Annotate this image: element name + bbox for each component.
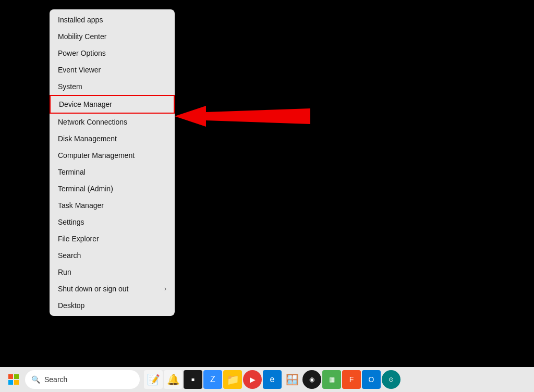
menu-item-label-search: Search <box>58 251 81 260</box>
svg-rect-1 <box>8 374 13 379</box>
menu-item-disk-management[interactable]: Disk Management <box>50 130 175 147</box>
search-icon: 🔍 <box>31 375 40 384</box>
menu-item-label-file-explorer: File Explorer <box>58 235 99 243</box>
svg-rect-2 <box>14 374 19 379</box>
menu-item-device-manager[interactable]: Device Manager <box>50 95 175 114</box>
menu-item-label-desktop: Desktop <box>58 301 84 310</box>
menu-item-search[interactable]: Search <box>50 247 175 264</box>
color-icon[interactable]: ▦ <box>322 370 341 389</box>
menu-item-label-terminal-admin: Terminal (Admin) <box>58 185 113 193</box>
menu-item-label-terminal: Terminal <box>58 168 86 176</box>
menu-item-shut-down[interactable]: Shut down or sign out› <box>50 280 175 297</box>
menu-item-desktop[interactable]: Desktop <box>50 297 175 314</box>
files-icon[interactable]: 📁 <box>223 370 242 389</box>
bell-icon[interactable]: 🔔 <box>164 370 183 389</box>
menu-item-system[interactable]: System <box>50 78 175 95</box>
menu-item-label-mobility-center: Mobility Center <box>58 32 106 41</box>
menu-item-settings[interactable]: Settings <box>50 214 175 230</box>
menu-item-label-settings: Settings <box>58 218 84 226</box>
menu-item-label-disk-management: Disk Management <box>58 134 117 143</box>
menu-item-label-shut-down: Shut down or sign out <box>58 285 128 293</box>
start-button[interactable] <box>4 370 23 389</box>
menu-item-installed-apps[interactable]: Installed apps <box>50 11 175 28</box>
menu-item-label-system: System <box>58 82 82 91</box>
red-arrow-indicator <box>175 101 310 132</box>
menu-item-label-run: Run <box>58 268 71 276</box>
svg-rect-4 <box>14 380 19 385</box>
menu-item-computer-management[interactable]: Computer Management <box>50 147 175 164</box>
menu-item-label-task-manager: Task Manager <box>58 201 104 210</box>
menu-item-label-event-viewer: Event Viewer <box>58 66 101 74</box>
edge-icon[interactable]: e <box>263 370 282 389</box>
menu-item-task-manager[interactable]: Task Manager <box>50 197 175 214</box>
vpn-icon[interactable]: ⊙ <box>382 370 400 389</box>
menu-item-network-connections[interactable]: Network Connections <box>50 114 175 130</box>
zoom-icon[interactable]: Z <box>203 370 222 389</box>
menu-item-label-network-connections: Network Connections <box>58 118 127 126</box>
app-icon-red[interactable]: ▶ <box>243 370 262 389</box>
taskbar: 🔍 Search 📝 🔔 ▪ Z 📁 ▶ e 🪟 ◉ ▦ F O ⊙ <box>0 367 534 392</box>
menu-item-event-viewer[interactable]: Event Viewer <box>50 62 175 78</box>
menu-item-mobility-center[interactable]: Mobility Center <box>50 28 175 45</box>
menu-item-run[interactable]: Run <box>50 264 175 280</box>
menu-item-label-device-manager: Device Manager <box>59 100 112 108</box>
menu-item-power-options[interactable]: Power Options <box>50 45 175 62</box>
context-menu: Installed appsMobility CenterPower Optio… <box>50 9 175 316</box>
taskbar-search-bar[interactable]: 🔍 Search <box>25 370 140 389</box>
submenu-arrow-shut-down: › <box>164 285 166 292</box>
menu-item-label-installed-apps: Installed apps <box>58 16 103 24</box>
dark-app-icon[interactable]: ◉ <box>302 370 321 389</box>
terminal-taskbar-icon[interactable]: ▪ <box>184 370 202 389</box>
figma-icon[interactable]: F <box>342 370 361 389</box>
search-text: Search <box>44 375 67 384</box>
taskbar-icons: 📝 🔔 ▪ Z 📁 ▶ e 🪟 ◉ ▦ F O ⊙ <box>144 370 400 389</box>
outlook-icon[interactable]: O <box>362 370 381 389</box>
menu-item-label-computer-management: Computer Management <box>58 151 135 160</box>
menu-item-terminal-admin[interactable]: Terminal (Admin) <box>50 180 175 197</box>
menu-item-label-power-options: Power Options <box>58 49 106 57</box>
menu-item-file-explorer[interactable]: File Explorer <box>50 230 175 247</box>
menu-item-terminal[interactable]: Terminal <box>50 164 175 180</box>
svg-rect-3 <box>8 380 13 385</box>
microsoft-store-icon[interactable]: 🪟 <box>283 370 301 389</box>
notes-icon[interactable]: 📝 <box>144 370 163 389</box>
svg-marker-0 <box>175 106 310 127</box>
